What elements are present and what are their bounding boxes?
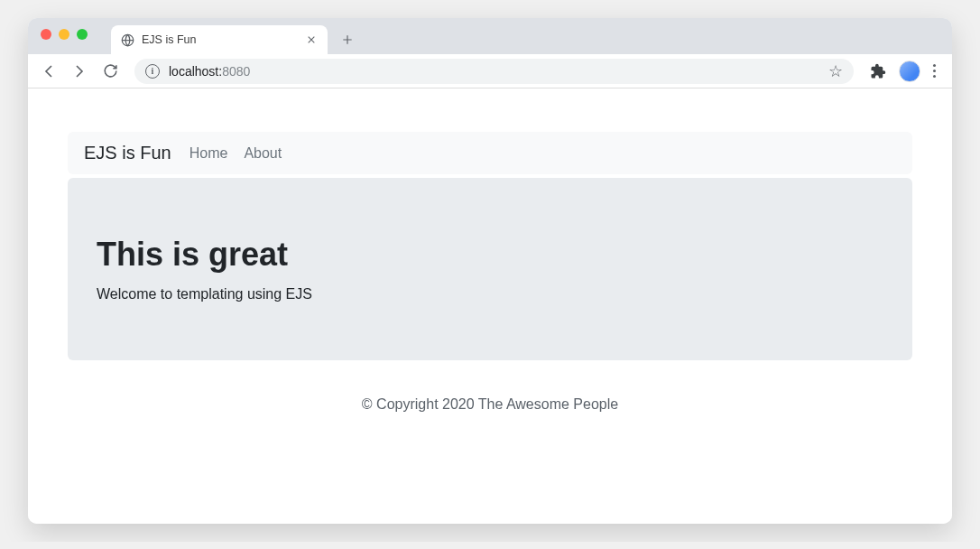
browser-tab[interactable]: EJS is Fun bbox=[111, 25, 328, 54]
close-tab-button[interactable] bbox=[304, 33, 319, 47]
reload-button[interactable] bbox=[97, 58, 124, 85]
browser-menu-button[interactable] bbox=[928, 59, 941, 83]
page-navbar: EJS is Fun Home About bbox=[68, 132, 912, 174]
nav-link-about[interactable]: About bbox=[244, 145, 282, 162]
page-container: EJS is Fun Home About This is great Welc… bbox=[28, 88, 952, 431]
tab-strip: EJS is Fun bbox=[111, 18, 360, 54]
url-port: 8080 bbox=[222, 64, 250, 79]
jumbotron: This is great Welcome to templating usin… bbox=[68, 178, 912, 360]
url-host: localhost: bbox=[169, 64, 222, 79]
page-footer: © Copyright 2020 The Awesome People bbox=[68, 396, 912, 413]
toolbar: i localhost:8080 ☆ bbox=[28, 54, 952, 88]
site-info-icon[interactable]: i bbox=[145, 64, 160, 79]
address-bar[interactable]: i localhost:8080 ☆ bbox=[134, 59, 854, 84]
browser-window: EJS is Fun bbox=[28, 18, 952, 524]
new-tab-button[interactable] bbox=[335, 27, 360, 52]
close-window-button[interactable] bbox=[41, 29, 51, 40]
window-controls bbox=[41, 29, 88, 40]
viewport: EJS is Fun Home About This is great Welc… bbox=[28, 88, 952, 524]
url-text: localhost:8080 bbox=[169, 64, 819, 79]
page-subtext: Welcome to templating using EJS bbox=[97, 286, 883, 302]
page-heading: This is great bbox=[97, 236, 883, 274]
back-button[interactable] bbox=[35, 58, 62, 85]
puzzle-icon bbox=[870, 63, 886, 79]
maximize-window-button[interactable] bbox=[77, 29, 88, 40]
extensions-button[interactable] bbox=[864, 58, 892, 85]
forward-button[interactable] bbox=[66, 58, 93, 85]
profile-avatar[interactable] bbox=[899, 60, 920, 82]
tab-title: EJS is Fun bbox=[142, 33, 297, 46]
minimize-window-button[interactable] bbox=[59, 29, 69, 40]
nav-link-home[interactable]: Home bbox=[190, 145, 228, 162]
globe-icon bbox=[120, 33, 134, 47]
toolbar-right bbox=[864, 58, 945, 85]
bookmark-star-icon[interactable]: ☆ bbox=[828, 61, 843, 81]
navbar-links: Home About bbox=[190, 145, 282, 162]
title-bar: EJS is Fun bbox=[28, 18, 952, 54]
navbar-brand[interactable]: EJS is Fun bbox=[84, 143, 171, 163]
